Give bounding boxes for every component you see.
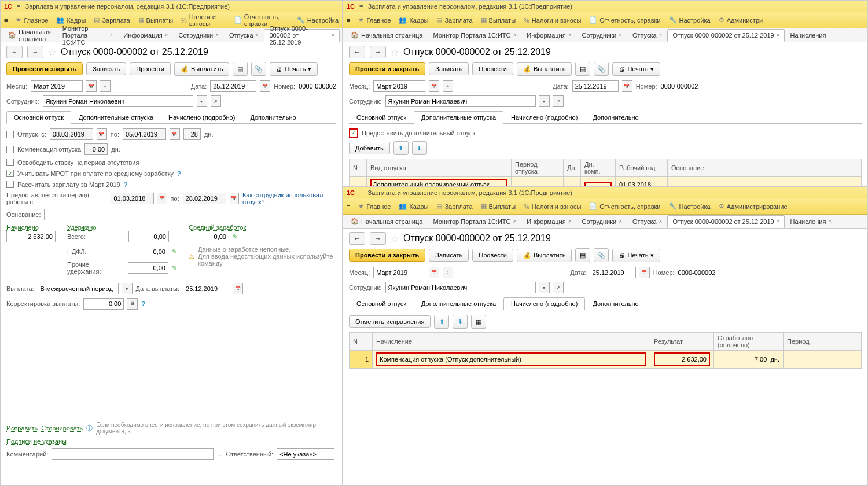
logo-1c: 1C <box>4 3 12 10</box>
nach-table: NНачислениеРезультатОтработано (оплачено… <box>349 332 862 369</box>
uderzhano-link[interactable]: Удержано <box>67 224 177 231</box>
pred-dop-checkbox[interactable]: ✓ <box>349 128 358 138</box>
open-icon[interactable]: ↗ <box>211 95 221 107</box>
otpusk-label: Отпуск <box>17 131 38 138</box>
vyplata-date[interactable] <box>183 283 229 294</box>
expand-icon[interactable]: ... <box>217 451 222 458</box>
nav-back[interactable]: ← <box>6 46 23 58</box>
zapisat-button[interactable]: Записать <box>86 62 126 75</box>
edit-icon[interactable]: ✎ <box>172 264 177 272</box>
edit-icon[interactable]: ✎ <box>233 233 238 241</box>
menu-nastroika[interactable]: 🔧Настройка <box>297 16 339 24</box>
rasch-checkbox[interactable] <box>6 181 14 188</box>
otmenit-button[interactable]: Отменить исправления <box>349 315 431 328</box>
date-label: Дата: <box>191 83 207 90</box>
titlebar: 1C ≡ Зарплата и управление персоналом, р… <box>1 1 342 12</box>
number-value: 0000-000002 <box>299 83 336 90</box>
period-start[interactable] <box>111 193 154 204</box>
date-input[interactable] <box>210 80 256 92</box>
tab-info[interactable]: Информация× <box>118 29 173 42</box>
comment-input[interactable] <box>52 448 214 460</box>
vyplatit-button[interactable]: 💰 Выплатить <box>174 62 229 76</box>
days-input[interactable] <box>183 128 201 140</box>
menu-vyplaty[interactable]: ▦Выплаты <box>138 16 173 24</box>
close-icon[interactable]: × <box>109 32 113 38</box>
provesti-button[interactable]: Провести <box>130 62 171 75</box>
help-icon[interactable]: ? <box>124 181 128 188</box>
employee-label: Сотрудник: <box>6 98 39 105</box>
korr-input[interactable] <box>83 298 124 310</box>
help-icon[interactable]: ? <box>141 300 145 307</box>
usage-link[interactable]: Как сотрудник использовал отпуск? <box>242 192 336 205</box>
formtab-dop[interactable]: Дополнительные отпуска <box>71 111 161 124</box>
list-icon[interactable]: ▤ <box>233 62 248 76</box>
attach-icon[interactable]: 📎 <box>251 62 266 76</box>
formtab-nachp[interactable]: Начислено (подробно) <box>161 111 242 124</box>
month-label: Месяц: <box>6 83 27 90</box>
komp-checkbox[interactable] <box>6 146 14 153</box>
date-end-input[interactable] <box>123 128 166 140</box>
menu-main[interactable]: ★Главное <box>16 16 48 24</box>
menu-zarplata[interactable]: ▤Зарплата <box>94 16 130 24</box>
spinner-icon[interactable]: ÷ <box>100 80 111 92</box>
osvob-checkbox[interactable] <box>6 159 14 166</box>
formtab-osn[interactable]: Основной отпуск <box>6 111 71 124</box>
number-label: Номер: <box>274 83 295 90</box>
employee-input[interactable] <box>43 95 193 107</box>
calendar-icon[interactable]: 📅 <box>260 80 270 92</box>
tab-sotr[interactable]: Сотрудники× <box>173 29 223 42</box>
ispravit-link[interactable]: Исправить <box>6 425 38 432</box>
tab-monitor[interactable]: Монитор Портала 1С:ИТС× <box>57 29 119 42</box>
sredniy-link[interactable]: Средний заработок <box>189 224 336 231</box>
period-end[interactable] <box>183 193 226 204</box>
month-input[interactable] <box>31 80 83 92</box>
tabbar: 🏠 Начальная страница Монитор Портала 1С:… <box>1 28 342 42</box>
burger-icon[interactable]: ≡ <box>17 3 20 10</box>
table-row[interactable]: 1 Компенсация отпуска (Отпуск дополнител… <box>350 351 862 369</box>
tab-doc[interactable]: Отпуск 0000-000002 от 25.12.2019× <box>264 29 340 42</box>
pechat-button[interactable]: 🖨 Печать ▾ <box>270 62 318 76</box>
calendar-icon[interactable]: 📅 <box>86 80 97 92</box>
menu-nalogi[interactable]: %Налоги и взносы <box>181 13 226 27</box>
help-icon[interactable]: ? <box>177 170 181 177</box>
nachisleno-link[interactable]: Начислено <box>6 224 56 231</box>
edit-icon[interactable]: ✎ <box>172 248 177 256</box>
tab-home[interactable]: 🏠 Начальная страница <box>3 29 57 42</box>
star-icon[interactable]: ☆ <box>48 47 56 58</box>
osnovanie-input[interactable] <box>44 209 336 220</box>
otpusk-checkbox[interactable] <box>6 131 14 138</box>
dropdown-icon[interactable]: ▾ <box>197 95 207 107</box>
formtab-dopn[interactable]: Дополнительно <box>242 111 303 124</box>
table-icon[interactable]: ▦ <box>471 315 486 329</box>
doc-title: Отпуск 0000-000002 от 25.12.2019 <box>61 47 208 57</box>
responsible-input[interactable] <box>277 448 334 460</box>
app-title: Зарплата и управление персоналом, редакц… <box>25 3 229 10</box>
burger-icon[interactable]: ≡ <box>4 17 8 24</box>
nav-fwd[interactable]: → <box>27 46 43 58</box>
komp-input[interactable] <box>84 143 108 155</box>
dobavit-button[interactable]: Добавить <box>349 142 390 154</box>
mrot-checkbox[interactable]: ✓ <box>6 170 14 177</box>
date-start-input[interactable] <box>50 128 93 140</box>
menu-kadry[interactable]: 👥Кадры <box>56 16 86 24</box>
up-icon[interactable]: ⬆ <box>393 141 409 155</box>
vyplata-select[interactable] <box>38 283 119 294</box>
down-icon[interactable]: ⬇ <box>412 141 427 155</box>
info-icon: ⓘ <box>86 424 93 433</box>
nachisleno-input[interactable] <box>6 231 56 242</box>
warning-icon: ⚠ <box>189 253 194 260</box>
stornirovat-link[interactable]: Сторнировать <box>41 425 83 432</box>
provesti-zakryt-button[interactable]: Провести и закрыть <box>6 62 83 75</box>
tab-otp[interactable]: Отпуска× <box>224 29 264 42</box>
podpisi-link[interactable]: Подписи не указаны <box>6 438 67 445</box>
